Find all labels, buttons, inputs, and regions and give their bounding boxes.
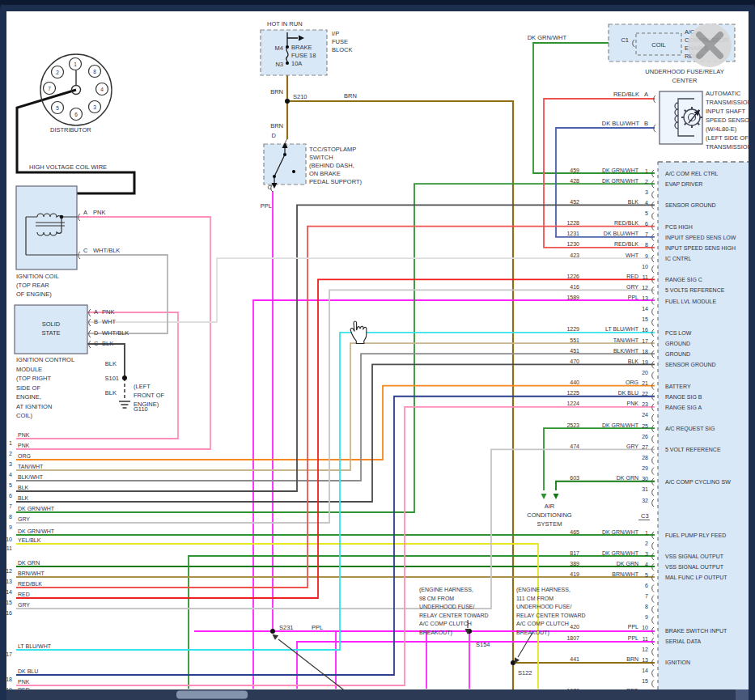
row-number: 11 xyxy=(6,545,12,551)
scrollbar-corner xyxy=(736,689,749,700)
wire-color-tag: DK GRN/WHT xyxy=(602,178,639,184)
pin-function-label: EVAP DRIVER xyxy=(665,181,702,187)
wire-color-tag: LT BLU/WHT xyxy=(605,326,639,332)
splice-label: S154 xyxy=(476,641,490,648)
note-line: 98 CM FROM xyxy=(419,596,454,601)
pin-function-label: RANGE SIG C xyxy=(665,277,702,282)
circuit-number: 1589 xyxy=(566,295,579,300)
wire-color-tag: BRN xyxy=(270,88,283,95)
terminal-wire-color: WHT/BLK xyxy=(93,247,120,254)
pin-function-label: INPUT SPEED SENS HIGH xyxy=(665,245,736,251)
wire-color-tag: BLK xyxy=(628,358,639,364)
wire-color-tag: PNK xyxy=(18,679,30,685)
pin-function-label: SENSOR GROUND xyxy=(665,202,716,208)
diagram-window: 12874536DISTRIBUTORHIGH VOLTAGE COIL WIR… xyxy=(0,0,755,700)
circuit-number: 452 xyxy=(570,199,579,205)
pin-function-label: INPUIT SPEED SENS LOW xyxy=(665,235,736,240)
ac-system-label: SYSTEM xyxy=(537,520,562,528)
terminal-wire-color: PNK xyxy=(102,308,114,316)
terminal-wire-color: WHT xyxy=(102,318,116,325)
wire-color-tag: BLK/WHT xyxy=(18,474,44,480)
note-line: A/C COMP CLUTCH xyxy=(516,621,569,626)
ac-system-label: CONDITIONING xyxy=(527,511,572,519)
splice-dot xyxy=(122,375,127,380)
row-number: 8 xyxy=(9,514,12,520)
junction-dot xyxy=(60,215,64,219)
note-line: A/C COMP CLUTCH xyxy=(419,621,472,626)
pin-number: 1 xyxy=(645,168,648,174)
pin-number: 4 xyxy=(645,562,648,567)
wire-color-tag: BRN xyxy=(626,656,638,662)
module-box-label: SOLID xyxy=(42,320,61,328)
circuit-number: 1228 xyxy=(566,220,579,226)
circuit-number: 1807 xyxy=(566,635,579,641)
fuse-block-name: I/P xyxy=(332,30,339,37)
wire-color-tag: ORG xyxy=(626,380,638,385)
pin-number: 15 xyxy=(642,678,648,684)
wire-color-tag: YEL/BLK xyxy=(18,537,41,543)
terminal-label: M4 xyxy=(275,45,283,52)
terminal-letter: B xyxy=(644,120,648,127)
pin-function-label: GROUND xyxy=(665,341,690,346)
ignition-coil-label: IGNITION COIL xyxy=(16,273,59,280)
high-voltage-label: HIGH VOLTAGE COIL WIRE xyxy=(29,163,107,171)
wire-color-tag: DK GRN xyxy=(18,560,40,566)
pin-function-label: PCS HIGH xyxy=(665,224,693,230)
terminal-letter: A xyxy=(94,308,98,316)
wire-color-tag: RED/BLK xyxy=(614,241,638,247)
h-scrollbar-thumb[interactable] xyxy=(176,691,248,699)
underhood-label: UNDERHOOD FUSE/RELAY xyxy=(645,68,723,75)
terminal-letter: A xyxy=(644,91,648,98)
wire-color-tag: RED/BLK xyxy=(614,220,638,226)
ground-id: G110 xyxy=(134,405,148,413)
circuit-number: 420 xyxy=(570,624,579,630)
row-number: 10 xyxy=(6,537,12,542)
splice-label: S122 xyxy=(518,669,532,677)
wire-color-tag: RED/BLK xyxy=(613,91,639,98)
wire-color-tag: PPL xyxy=(628,635,638,641)
pin-number: 3 xyxy=(645,551,648,557)
pin-number: 6 xyxy=(645,221,648,227)
ignition-coil-label: OF ENGINE) xyxy=(16,291,52,298)
splice-dot xyxy=(270,629,275,634)
sensor-label: AUTOMATIC xyxy=(706,90,741,97)
note-line: (ENGINE HARNESS, xyxy=(419,587,473,593)
module-label: AT IGNITION xyxy=(16,403,52,410)
circuit-number: 459 xyxy=(570,168,579,173)
switch-label: TCC/STOPLAMP xyxy=(309,146,356,153)
circuit-number: 440 xyxy=(570,380,579,385)
pin-number: 25 xyxy=(642,423,648,429)
wire-color-tag: GRY xyxy=(18,602,30,608)
wire-color-tag: BLK/WHT xyxy=(613,348,639,354)
pin-function-label: SERIAL DATA xyxy=(665,638,702,644)
circuit-number: 389 xyxy=(570,561,579,566)
note-line: BREAKOUT) xyxy=(419,630,452,636)
pin-number: 17 xyxy=(642,338,648,344)
terminal-letter: C xyxy=(268,184,273,191)
circuit-number: 465 xyxy=(570,529,579,535)
switch-label: ON BRAKE xyxy=(309,170,341,177)
circuit-number: 474 xyxy=(570,443,579,449)
terminal-number: 5 xyxy=(56,105,59,111)
ground-note: FRONT OF xyxy=(134,392,165,399)
switch-label: (BEHIND DASH, xyxy=(309,162,354,169)
sensor-label: SPEED SENSOR xyxy=(706,117,754,124)
fuse-block-name: FUSE xyxy=(332,38,348,45)
terminal-number: 3 xyxy=(93,104,96,110)
circuit-number: 470 xyxy=(570,358,579,364)
h-scrollbar xyxy=(6,689,749,700)
pin-number: 13 xyxy=(642,657,648,663)
module-label: (TOP RIGHT xyxy=(16,375,51,382)
wire-color-tag: PNK xyxy=(627,401,639,406)
h-scrollbar-track[interactable] xyxy=(6,689,749,700)
wire-color-tag: PPL xyxy=(261,202,272,210)
note-line: RELAY CENTER TOWARD xyxy=(419,613,489,618)
pin-number: 14 xyxy=(642,306,648,312)
wire-color-tag: BRN/WHT xyxy=(612,571,638,577)
connector-id: C3 xyxy=(641,512,649,520)
close-button[interactable] xyxy=(688,23,732,67)
wire-color-tag: BLK xyxy=(628,199,639,205)
wire-color-tag: DK GRN/WHT xyxy=(602,168,639,173)
wire-color-tag: RED xyxy=(626,274,638,279)
wire-color-tag: DK GRN/WHT xyxy=(18,528,55,534)
